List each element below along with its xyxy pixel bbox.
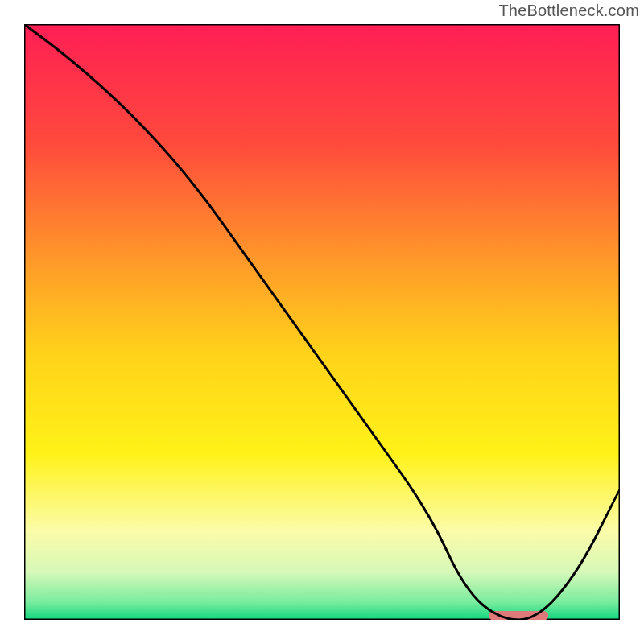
gradient-background	[24, 24, 620, 620]
chart-container: TheBottleneck.com	[0, 0, 644, 644]
chart-svg	[24, 24, 620, 620]
plot-area	[24, 24, 620, 620]
watermark-text: TheBottleneck.com	[498, 2, 639, 20]
